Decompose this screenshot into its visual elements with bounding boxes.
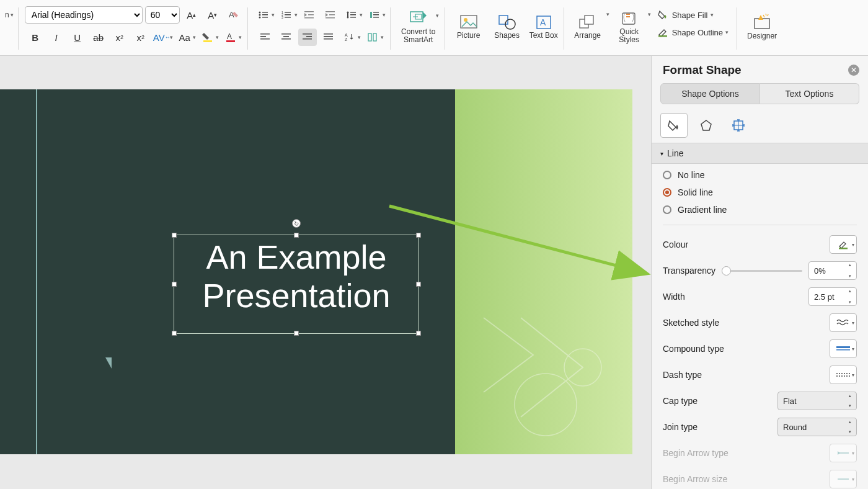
- convert-smartart-button[interactable]: Convert to SmartArt: [397, 4, 440, 51]
- sketched-style-picker[interactable]: ▾: [830, 313, 857, 332]
- designer-icon: [752, 14, 772, 31]
- columns-icon[interactable]: [363, 29, 382, 46]
- font-color-icon[interactable]: A: [221, 29, 240, 46]
- background-pattern: [459, 268, 632, 454]
- sort-icon[interactable]: AZ: [340, 29, 359, 46]
- justify-icon[interactable]: [319, 29, 338, 46]
- svg-rect-37: [303, 38, 312, 40]
- transparency-slider[interactable]: [722, 270, 802, 272]
- arrange-icon: [578, 14, 597, 30]
- resize-handle[interactable]: [294, 331, 299, 336]
- resize-handle[interactable]: [416, 282, 421, 287]
- effects-tab-icon[interactable]: [693, 113, 720, 138]
- char-spacing-icon[interactable]: AV↔: [153, 29, 171, 46]
- svg-rect-33: [283, 36, 289, 37]
- svg-rect-26: [373, 12, 379, 13]
- join-type-select[interactable]: Round▴▾: [777, 418, 857, 436]
- line-spacing-icon[interactable]: [342, 6, 361, 24]
- svg-line-59: [389, 206, 645, 273]
- svg-rect-43: [368, 34, 371, 41]
- resize-handle[interactable]: [172, 233, 177, 238]
- tab-text-options[interactable]: Text Options: [760, 83, 859, 104]
- shape-outline-icon: [657, 27, 668, 37]
- dash-type-picker[interactable]: ▾: [830, 366, 857, 384]
- strikethrough-button[interactable]: ab: [89, 29, 108, 46]
- title-textbox[interactable]: ↻ An Example Presentation: [174, 235, 419, 334]
- begin-arrow-type-picker: ▾: [830, 444, 857, 462]
- rotate-handle[interactable]: ↻: [292, 219, 301, 228]
- width-value[interactable]: 2.5 pt▴▾: [808, 287, 857, 306]
- slide[interactable]: ↻ An Example Presentation: [0, 89, 632, 454]
- change-case-icon[interactable]: Aa: [175, 29, 194, 46]
- slide-canvas[interactable]: ↻ An Example Presentation: [0, 56, 651, 489]
- svg-rect-35: [303, 34, 312, 35]
- shape-outline-button[interactable]: Shape Outline▾: [653, 25, 732, 40]
- title-text[interactable]: An Example Presentation: [174, 235, 418, 317]
- subscript-button[interactable]: x2: [131, 29, 150, 46]
- resize-handle[interactable]: [416, 331, 421, 336]
- svg-text:3: 3: [281, 16, 283, 19]
- transparency-value[interactable]: 0%▴▾: [808, 261, 857, 280]
- line-none-radio[interactable]: No line: [663, 170, 857, 180]
- svg-rect-63: [836, 346, 850, 348]
- picture-button[interactable]: Picture: [451, 4, 486, 51]
- resize-handle[interactable]: [172, 282, 177, 287]
- bullets-icon[interactable]: [254, 6, 273, 24]
- svg-rect-40: [324, 38, 333, 40]
- decrease-font-icon[interactable]: A▾: [203, 6, 222, 24]
- sketched-label: Sketched style: [663, 318, 719, 328]
- svg-rect-31: [260, 38, 270, 40]
- resize-handle[interactable]: [172, 331, 177, 336]
- svg-rect-23: [350, 14, 356, 16]
- shape-fill-button[interactable]: Shape Fill▾: [653, 7, 732, 22]
- width-label: Width: [663, 292, 685, 302]
- tab-shape-options[interactable]: Shape Options: [660, 83, 760, 104]
- svg-rect-22: [350, 12, 356, 13]
- line-gradient-radio[interactable]: Gradient line: [663, 205, 857, 215]
- increase-indent-icon[interactable]: [321, 6, 340, 24]
- line-section-header[interactable]: ▾Line: [652, 143, 868, 164]
- begin-arrow-type-label: Begin Arrow type: [663, 448, 728, 458]
- line-solid-radio[interactable]: Solid line: [663, 187, 857, 197]
- svg-marker-60: [701, 120, 711, 130]
- arrange-button[interactable]: Arrange: [570, 4, 605, 51]
- text-direction-icon[interactable]: [365, 6, 384, 24]
- svg-rect-24: [350, 17, 356, 18]
- italic-button[interactable]: I: [47, 29, 66, 46]
- ribbon: n▾ Arial (Headings) 60 A▴ A▾ A B I U ab …: [0, 0, 868, 56]
- svg-rect-62: [839, 248, 848, 249]
- compound-type-picker[interactable]: ▾: [830, 339, 857, 358]
- font-size-select[interactable]: 60: [145, 6, 180, 24]
- begin-arrow-size-label: Begin Arrow size: [663, 474, 727, 484]
- cap-type-select[interactable]: Flat▴▾: [777, 392, 857, 410]
- close-icon[interactable]: ✕: [848, 65, 859, 76]
- highlight-color-icon[interactable]: [198, 29, 217, 46]
- quick-styles-button[interactable]: Quick Styles: [612, 4, 647, 51]
- fill-line-tab-icon[interactable]: [660, 113, 688, 138]
- workspace: ↻ An Example Presentation Format Shape ✕…: [0, 56, 868, 489]
- shapes-button[interactable]: Shapes: [490, 4, 525, 51]
- align-center-icon[interactable]: [277, 29, 296, 46]
- resize-handle[interactable]: [294, 233, 299, 238]
- svg-point-6: [259, 14, 260, 16]
- textbox-button[interactable]: A Text Box: [528, 4, 559, 51]
- font-family-select[interactable]: Arial (Headings): [25, 6, 143, 24]
- svg-rect-1: [203, 40, 212, 42]
- cap-label: Cap type: [663, 396, 698, 406]
- underline-button[interactable]: U: [68, 29, 87, 46]
- increase-font-icon[interactable]: A▴: [182, 6, 201, 24]
- size-tab-icon[interactable]: [725, 113, 752, 138]
- triangle-decoration: [105, 357, 112, 369]
- svg-rect-36: [306, 36, 312, 37]
- designer-button[interactable]: Designer: [743, 4, 781, 51]
- align-right-icon[interactable]: [298, 29, 317, 46]
- resize-handle[interactable]: [416, 233, 421, 238]
- bold-button[interactable]: B: [26, 29, 45, 46]
- line-colour-picker[interactable]: ▾: [830, 235, 857, 254]
- numbering-icon[interactable]: 123: [277, 6, 296, 24]
- clear-formatting-icon[interactable]: A: [224, 6, 243, 24]
- decrease-indent-icon[interactable]: [300, 6, 319, 24]
- svg-rect-15: [285, 17, 291, 18]
- align-left-icon[interactable]: [256, 29, 275, 46]
- superscript-button[interactable]: x2: [110, 29, 129, 46]
